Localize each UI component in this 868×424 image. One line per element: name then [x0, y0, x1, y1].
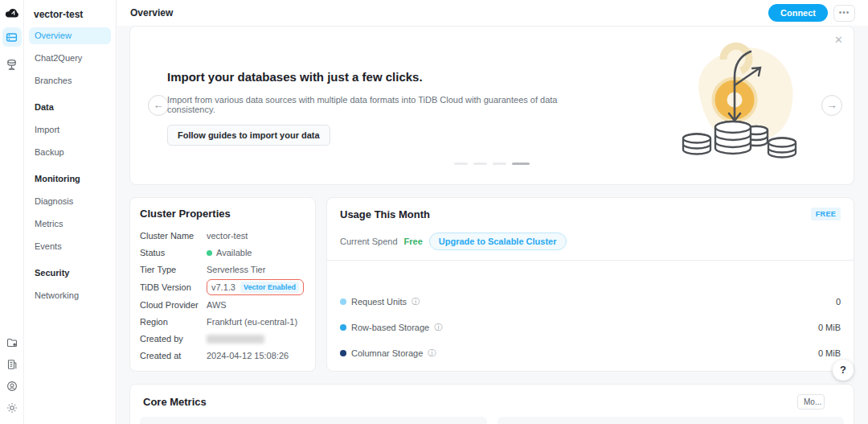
property-row: TiDB Version v7.1.3 Vector Enabled [140, 282, 305, 293]
info-icon[interactable]: ⓘ [411, 296, 420, 307]
info-icon[interactable]: ⓘ [428, 348, 436, 359]
metric-label: Columnar Storage [351, 348, 423, 358]
carousel-next-icon[interactable]: → [821, 95, 842, 116]
used-storage-chart-panel: Used Storage Size ⓘ [497, 417, 845, 424]
current-spend-label: Current Spend [340, 237, 398, 246]
more-menu-button[interactable]: ••• [833, 5, 855, 22]
sidebar-item-networking[interactable]: Networking [29, 287, 111, 304]
region-value: Frankfurt (eu-central-1) [207, 317, 297, 327]
topbar: Overview Connect ••• [117, 0, 868, 26]
property-label: Cluster Name [140, 231, 207, 241]
usage-title: Usage This Month [340, 208, 430, 220]
status-dot [207, 250, 212, 256]
tidb-version-value: v7.1.3 [211, 282, 235, 292]
row-storage-dot [340, 324, 346, 331]
carousel-prev-icon[interactable]: ← [148, 95, 169, 116]
plan-badge: FREE [811, 208, 841, 220]
metric-label: Row-based Storage [351, 323, 429, 332]
connect-button[interactable]: Connect [768, 4, 828, 22]
core-metrics-title: Core Metrics [143, 396, 207, 408]
main-area: Overview Connect ••• ✕ ← → Import your d… [117, 0, 868, 424]
carousel-dot[interactable] [473, 163, 487, 165]
property-row: Tier Type Serverless Tier [140, 265, 305, 274]
property-row: Created by [140, 334, 305, 344]
request-units-chart-panel: Request Units ⓘ [140, 417, 487, 424]
carousel-dots [454, 163, 530, 165]
banner-title: Import your databases with just a few cl… [167, 70, 585, 84]
property-row: Region Frankfurt (eu-central-1) [140, 317, 305, 327]
import-illustration [677, 37, 804, 166]
cluster-name-title: vector-test [24, 0, 116, 27]
data-service-icon[interactable] [2, 55, 22, 74]
metric-label: Request Units [351, 297, 407, 307]
info-icon[interactable]: ⓘ [434, 322, 442, 333]
help-icon[interactable]: ? [833, 360, 854, 381]
tidb-cloud-logo-icon[interactable] [4, 6, 20, 19]
sidebar-item-overview[interactable]: Overview [29, 27, 111, 44]
usage-metric-row: Columnar Storage ⓘ 0 MiB [340, 348, 841, 359]
property-label: Created at [140, 351, 207, 360]
cluster-name-value: vector-test [207, 231, 248, 241]
property-label: TiDB Version [140, 282, 207, 292]
sidebar-section-security: Security [29, 265, 111, 282]
banner-description: Import from various data sources with mu… [167, 95, 585, 114]
created-at-value: 2024-04-12 15:08:26 [207, 351, 289, 360]
carousel-dot-active[interactable] [512, 163, 530, 165]
sidebar-section-monitoring: Monitoring [29, 171, 111, 187]
import-guides-button[interactable]: Follow guides to import your data [167, 125, 330, 146]
property-row: Cluster Name vector-test [140, 231, 305, 241]
usage-card: Usage This Month FREE Current Spend Free… [326, 197, 854, 372]
sidebar-section-data: Data [29, 99, 111, 116]
property-row: Cloud Provider AWS [140, 300, 305, 310]
created-by-redacted-value [207, 335, 264, 344]
usage-metric-row: Row-based Storage ⓘ 0 MiB [340, 322, 841, 333]
support-icon[interactable] [6, 381, 18, 392]
request-units-dot [340, 298, 346, 305]
cluster-nav-icon[interactable] [2, 27, 22, 47]
sidebar-item-import[interactable]: Import [29, 121, 111, 138]
import-banner: ✕ ← → Import your databases with just a … [129, 26, 854, 185]
tidb-version-highlight-box: v7.1.3 Vector Enabled [207, 279, 304, 295]
page-title: Overview [130, 7, 173, 19]
metric-value: 0 MiB [818, 348, 841, 358]
content: ✕ ← → Import your databases with just a … [117, 26, 868, 424]
theme-toggle-sun-icon[interactable] [6, 402, 18, 414]
cluster-properties-card: Cluster Properties Cluster Name vector-t… [129, 197, 316, 372]
time-range-selector[interactable]: Mo... [797, 394, 825, 410]
columnar-storage-dot [340, 350, 346, 356]
usage-metric-row: Request Units ⓘ 0 [340, 296, 841, 307]
property-label: Created by [140, 334, 207, 344]
sidebar-item-backup[interactable]: Backup [29, 144, 111, 161]
tier-type-value: Serverless Tier [207, 265, 265, 274]
property-row: Status Available [140, 248, 305, 257]
vector-enabled-badge: Vector Enabled [240, 282, 299, 293]
organization-icon[interactable] [6, 359, 18, 370]
property-row: Created at 2024-04-12 15:08:26 [140, 351, 305, 360]
core-metrics-card: Core Metrics Mo... Request Units ⓘ Used … [129, 384, 854, 424]
sidebar-item-diagnosis[interactable]: Diagnosis [29, 193, 111, 210]
sidebar-item-events[interactable]: Events [29, 238, 111, 255]
cluster-properties-title: Cluster Properties [140, 208, 305, 220]
projects-folder-icon[interactable] [6, 337, 18, 348]
cloud-provider-value: AWS [207, 300, 227, 310]
upgrade-button[interactable]: Upgrade to Scalable Cluster [429, 233, 567, 250]
current-spend-value: Free [404, 237, 423, 246]
property-label: Region [140, 317, 207, 327]
carousel-dot[interactable] [493, 163, 506, 165]
sidebar-item-metrics[interactable]: Metrics [29, 216, 111, 233]
close-icon[interactable]: ✕ [834, 34, 843, 46]
carousel-dot[interactable] [454, 163, 468, 165]
divider [327, 260, 854, 261]
tidb-cloud-console: vector-test Overview Chat2Query Branches… [0, 0, 868, 424]
metric-value: 0 MiB [818, 323, 841, 332]
property-label: Cloud Provider [140, 300, 207, 310]
status-value: Available [207, 248, 252, 257]
property-label: Status [140, 248, 207, 257]
metric-value: 0 [836, 297, 841, 307]
property-label: Tier Type [140, 265, 207, 274]
sidebar-item-branches[interactable]: Branches [29, 72, 111, 89]
icon-rail [0, 0, 24, 424]
sidebar-item-chat2query[interactable]: Chat2Query [29, 50, 111, 67]
sidebar: vector-test Overview Chat2Query Branches… [24, 0, 117, 424]
